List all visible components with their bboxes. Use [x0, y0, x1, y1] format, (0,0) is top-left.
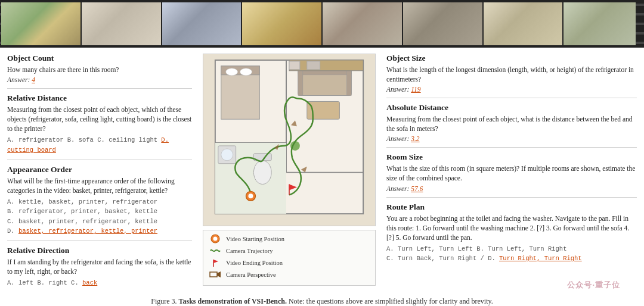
legend-icon-camera: [209, 270, 221, 279]
legend-label-trajectory: Camera Trajectory: [226, 248, 273, 254]
section-object-size: Object Size What is the length of the lo…: [386, 54, 637, 93]
divider-r3: [386, 197, 637, 198]
film-frame-2: [82, 2, 161, 45]
section-route-plan: Route Plan You are a robot beginning at …: [386, 202, 637, 264]
section-appearance-order: Appearance Order What will be the first-…: [7, 165, 192, 236]
appearance-order-options: A. kettle, basket, printer, refrigerator…: [7, 197, 192, 236]
film-frame-5: [323, 2, 402, 45]
room-size-value: 57.6: [411, 185, 423, 192]
film-frame-8: [564, 2, 643, 45]
svg-rect-16: [289, 61, 300, 70]
right-panel: Object Size What is the length of the lo…: [386, 54, 637, 289]
svg-point-8: [226, 68, 238, 76]
divider-r1: [386, 98, 637, 98]
route-plan-title: Route Plan: [386, 202, 637, 212]
film-frame-1: [1, 2, 80, 45]
room-size-title: Room Size: [386, 152, 637, 162]
caption-figure-label: Figure 3.: [151, 297, 177, 305]
svg-rect-17: [307, 61, 320, 70]
relative-distance-option-a: A. refrigerator B. sofa C. ceiling light: [7, 136, 161, 143]
caption: Figure 3. Tasks demonstration of VSI-Ben…: [0, 293, 644, 306]
object-size-value: 119: [411, 86, 420, 93]
caption-normal-text: Note: the questions above are simplified…: [289, 297, 493, 305]
relative-direction-title: Relative Direction: [7, 246, 192, 255]
object-size-question: What is the length of the longest dimens…: [386, 65, 637, 84]
legend-label-end: Video Ending Position: [226, 260, 283, 266]
route-plan-correct: Turn Right, Turn Right: [499, 255, 582, 262]
filmstrip: [0, 0, 644, 48]
svg-rect-15: [289, 60, 363, 71]
svg-point-9: [240, 68, 252, 76]
absolute-distance-prefix: Answer:: [386, 135, 411, 142]
absolute-distance-question: Measuring from the closest point of each…: [386, 114, 637, 133]
center-panel: Video Starting Position Camera Trajector…: [197, 54, 382, 289]
relative-distance-title: Relative Distance: [7, 93, 192, 103]
absolute-distance-value: 3.2: [411, 135, 419, 142]
object-size-title: Object Size: [386, 54, 637, 63]
section-relative-direction: Relative Direction If I am standing by t…: [7, 246, 192, 288]
route-plan-question: You are a robot beginning at the toilet …: [386, 214, 637, 242]
appearance-order-opt-a: A. kettle, basket, printer, refrigerator: [7, 197, 192, 207]
route-plan-opt-cd: C. Turn Back, Turn Right / D. Turn Right…: [386, 254, 637, 263]
route-plan-options: A. Turn Left, Turn Left B. Turn Left, Tu…: [386, 244, 637, 264]
legend-item-trajectory: Camera Trajectory: [209, 246, 369, 255]
divider-1: [7, 88, 192, 89]
object-count-title: Object Count: [7, 54, 192, 63]
object-size-answer: Answer: 119: [386, 86, 637, 93]
floor-plan: [203, 54, 376, 226]
legend-icon-trajectory: [209, 246, 221, 255]
legend: Video Starting Position Camera Trajector…: [203, 230, 376, 286]
room-size-prefix: Answer:: [386, 185, 411, 192]
object-count-answer-value: 4: [32, 76, 35, 83]
film-frame-7: [484, 2, 563, 45]
divider-2: [7, 160, 192, 160]
legend-label-camera: Camera Perspective: [226, 271, 276, 278]
object-count-question: How many chairs are there in this room?: [7, 65, 192, 74]
appearance-order-opt-c: C. basket, printer, refrigerator, kettle: [7, 217, 192, 226]
absolute-distance-title: Absolute Distance: [386, 103, 637, 113]
absolute-distance-answer: Answer: 3.2: [386, 135, 637, 142]
svg-rect-12: [298, 69, 303, 96]
object-count-answer: Answer: 4: [7, 76, 192, 83]
svg-point-19: [221, 149, 233, 161]
object-size-prefix: Answer:: [386, 86, 411, 93]
route-plan-opt-ab: A. Turn Left, Turn Left B. Turn Left, Tu…: [386, 244, 637, 254]
section-object-count: Object Count How many chairs are there i…: [7, 54, 192, 83]
divider-3: [7, 241, 192, 241]
svg-point-31: [213, 237, 218, 241]
legend-icon-end: [209, 258, 221, 267]
svg-marker-34: [210, 272, 217, 277]
room-size-question: What is the size of this room (in square…: [386, 164, 637, 183]
svg-point-24: [248, 193, 253, 198]
legend-item-start: Video Starting Position: [209, 234, 369, 243]
film-frame-4: [242, 2, 321, 45]
svg-marker-33: [213, 260, 218, 263]
appearance-order-title: Appearance Order: [7, 165, 192, 174]
film-frame-3: [162, 2, 242, 45]
left-panel: Object Count How many chairs are there i…: [7, 54, 192, 289]
appearance-order-opt-d: D. basket, refrigerator, kettle, printer: [7, 226, 192, 236]
section-absolute-distance: Absolute Distance Measuring from the clo…: [386, 103, 637, 142]
section-relative-distance: Relative Distance Measuring from the clo…: [7, 93, 192, 155]
divider-r2: [386, 147, 637, 148]
appearance-order-opt-b: B. refrigerator, printer, basket, kettle: [7, 207, 192, 216]
relative-direction-question: If I am standing by the refrigerator and…: [7, 257, 192, 276]
appearance-order-correct: basket, refrigerator, kettle, printer: [18, 227, 157, 235]
object-count-answer-prefix: Answer:: [7, 76, 32, 83]
svg-rect-13: [346, 69, 351, 96]
legend-item-camera: Camera Perspective: [209, 270, 369, 279]
section-room-size: Room Size What is the size of this room …: [386, 152, 637, 192]
caption-bold-text: Tasks demonstration of VSI-Bench.: [179, 297, 287, 305]
relative-distance-options: A. refrigerator B. sofa C. ceiling light…: [7, 135, 192, 155]
relative-direction-opt-ab: A. left B. right C.: [7, 279, 82, 286]
legend-item-end: Video Ending Position: [209, 258, 369, 267]
film-frame-6: [403, 2, 482, 45]
svg-marker-35: [217, 271, 221, 277]
main-content: Object Count How many chairs are there i…: [0, 48, 644, 293]
relative-direction-correct: back: [82, 279, 97, 286]
relative-direction-options: A. left B. right C. back: [7, 278, 192, 288]
legend-icon-start: [209, 234, 221, 243]
floor-plan-svg: [203, 54, 375, 226]
appearance-order-question: What will be the first-time appearance o…: [7, 176, 192, 195]
relative-distance-question: Measuring from the closest point of each…: [7, 105, 192, 133]
